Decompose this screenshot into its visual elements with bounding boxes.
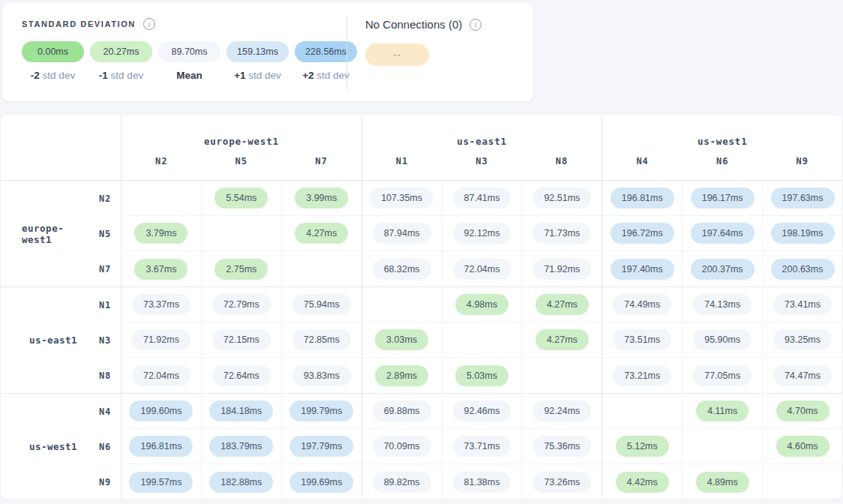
latency-pill[interactable]: 68.32ms	[373, 259, 431, 280]
latency-cell: 196.17ms	[682, 181, 762, 216]
latency-pill[interactable]: 95.90ms	[693, 329, 752, 350]
legend-label-rest: std dev	[314, 70, 350, 81]
latency-cell: 71.92ms	[121, 322, 201, 358]
latency-pill[interactable]: 74.49ms	[613, 294, 671, 315]
latency-pill[interactable]: 197.63ms	[771, 188, 835, 208]
latency-pill[interactable]: 182.88ms	[209, 472, 273, 493]
latency-pill[interactable]: 4.42ms	[616, 472, 669, 493]
latency-pill[interactable]: 4.27ms	[536, 329, 589, 350]
empty-cell	[602, 394, 682, 429]
latency-pill[interactable]: 197.64ms	[691, 223, 754, 244]
info-icon[interactable]: i	[143, 18, 155, 30]
latency-pill[interactable]: 3.03ms	[375, 329, 428, 350]
latency-pill[interactable]: 75.94ms	[292, 294, 351, 315]
latency-pill[interactable]: 4.70ms	[776, 400, 830, 422]
latency-cell: 182.88ms	[201, 464, 281, 500]
latency-pill[interactable]: 4.11ms	[696, 400, 748, 422]
latency-pill[interactable]: 3.99ms	[295, 188, 348, 208]
no-connections-title: No Connections (0)	[365, 18, 462, 31]
latency-cell: 199.79ms	[281, 394, 362, 429]
latency-pill[interactable]: 4.98ms	[455, 294, 508, 315]
latency-pill[interactable]: 3.67ms	[134, 259, 188, 280]
latency-pill[interactable]: 73.26ms	[532, 472, 591, 493]
latency-pill[interactable]: 4.60ms	[776, 436, 830, 457]
column-node-row: N2N5N7	[122, 156, 362, 166]
info-icon[interactable]: i	[470, 19, 482, 31]
latency-pill[interactable]: 107.35ms	[370, 188, 434, 208]
latency-pill[interactable]: 73.41ms	[773, 294, 832, 315]
latency-pill[interactable]: 4.27ms	[295, 223, 348, 244]
latency-pill[interactable]: 197.40ms	[610, 259, 674, 280]
latency-pill[interactable]: 200.63ms	[771, 259, 835, 280]
latency-pill[interactable]: 72.15ms	[212, 329, 271, 350]
latency-cell: 5.03ms	[442, 358, 522, 393]
latency-pill[interactable]: 77.05ms	[693, 365, 752, 386]
latency-pill[interactable]: 72.04ms	[453, 259, 512, 280]
latency-pill[interactable]: 196.81ms	[610, 188, 674, 208]
latency-pill[interactable]: 199.69ms	[290, 472, 353, 493]
latency-pill[interactable]: 72.85ms	[292, 329, 351, 350]
latency-pill[interactable]: 71.92ms	[532, 259, 591, 280]
latency-pill[interactable]: 5.54ms	[214, 188, 268, 208]
latency-pill[interactable]: 92.51ms	[532, 188, 591, 208]
latency-pill[interactable]: 89.82ms	[373, 472, 431, 493]
legend-card: STANDARD DEVIATION i 0.00ms-2 std dev20.…	[2, 2, 534, 102]
empty-cell	[762, 464, 842, 500]
latency-pill[interactable]: 73.51ms	[613, 329, 671, 350]
latency-pill[interactable]: 70.09ms	[373, 436, 431, 457]
latency-pill[interactable]: 72.04ms	[132, 365, 190, 386]
latency-pill[interactable]: 3.79ms	[134, 223, 188, 244]
latency-pill[interactable]: 74.13ms	[693, 294, 752, 315]
latency-pill[interactable]: 2.89ms	[375, 365, 428, 386]
latency-pill[interactable]: 92.12ms	[453, 223, 512, 244]
column-node-row: N1N3N8	[362, 156, 602, 166]
latency-pill[interactable]: 196.81ms	[129, 436, 193, 457]
latency-cell: 68.32ms	[362, 251, 442, 286]
latency-pill[interactable]: 72.64ms	[212, 365, 271, 386]
column-group-europe-west1: europe-west1N2N5N7	[121, 115, 362, 180]
latency-pill[interactable]: 74.47ms	[773, 365, 832, 386]
latency-pill[interactable]: 87.94ms	[373, 223, 431, 244]
column-node-label: N3	[442, 156, 522, 166]
latency-pill[interactable]: 198.19ms	[771, 223, 835, 244]
latency-pill[interactable]: 72.79ms	[212, 294, 271, 315]
latency-pill[interactable]: 73.37ms	[132, 294, 190, 315]
latency-pill[interactable]: 199.57ms	[129, 472, 193, 493]
latency-pill[interactable]: 196.17ms	[691, 188, 754, 208]
latency-pill[interactable]: 93.25ms	[773, 329, 832, 350]
legend-scale-label: +1 std dev	[234, 70, 281, 81]
latency-pill[interactable]: 199.60ms	[129, 400, 193, 422]
latency-cell: 197.63ms	[762, 181, 842, 216]
latency-pill[interactable]: 87.41ms	[453, 188, 512, 208]
latency-pill[interactable]: 184.18ms	[209, 400, 273, 422]
latency-pill[interactable]: 73.21ms	[613, 365, 671, 386]
latency-pill[interactable]: 183.79ms	[209, 436, 273, 457]
latency-pill[interactable]: 4.27ms	[536, 294, 589, 315]
latency-pill[interactable]: 75.36ms	[532, 436, 591, 457]
latency-pill[interactable]: 71.92ms	[132, 329, 190, 350]
latency-pill[interactable]: 81.38ms	[453, 472, 512, 493]
latency-pill[interactable]: 5.03ms	[455, 365, 508, 386]
latency-pill[interactable]: 196.72ms	[610, 223, 674, 244]
row-group-label: us-east1	[1, 287, 85, 393]
column-node-label: N7	[281, 156, 362, 166]
latency-cell: 71.92ms	[521, 251, 602, 286]
row-node-label: N8	[85, 358, 121, 393]
latency-pill[interactable]: 199.79ms	[290, 400, 353, 422]
latency-pill[interactable]: 93.83ms	[292, 365, 351, 386]
latency-pill[interactable]: 5.12ms	[616, 436, 669, 457]
latency-pill[interactable]: 73.71ms	[453, 436, 512, 457]
latency-pill[interactable]: 92.24ms	[532, 400, 591, 422]
latency-pill[interactable]: 2.75ms	[214, 259, 268, 280]
latency-pill[interactable]: 69.88ms	[373, 400, 431, 422]
latency-pill[interactable]: 71.73ms	[532, 223, 591, 244]
latency-pill[interactable]: 92.46ms	[453, 400, 512, 422]
latency-cell: 73.21ms	[602, 358, 682, 393]
row-group-label: europe-west1	[1, 181, 85, 286]
column-node-label: N6	[682, 156, 763, 166]
latency-pill[interactable]: 197.79ms	[290, 436, 353, 457]
latency-pill[interactable]: 4.89ms	[696, 472, 749, 493]
latency-pill[interactable]: 200.37ms	[691, 259, 754, 280]
latency-cell: 4.27ms	[521, 287, 602, 322]
latency-cell: 73.51ms	[602, 322, 682, 358]
